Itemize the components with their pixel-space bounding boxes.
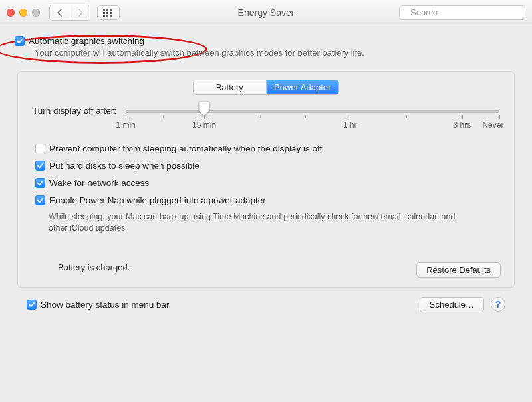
battery-status-text: Battery is charged. <box>58 262 130 272</box>
svg-rect-0 <box>103 9 105 11</box>
wake-network-label: Wake for network access <box>49 178 149 188</box>
svg-rect-2 <box>110 9 112 11</box>
display-off-slider[interactable]: 1 min 15 min 1 hr 3 hrs Never <box>126 108 499 120</box>
tab-segmented-control: Battery Power Adapter <box>193 80 339 95</box>
svg-rect-7 <box>106 15 108 17</box>
close-icon[interactable] <box>7 9 15 17</box>
titlebar: Energy Saver <box>0 0 532 25</box>
svg-rect-5 <box>110 12 112 14</box>
hd-sleep-label: Put hard disks to sleep when possible <box>49 161 200 171</box>
wake-network-checkbox[interactable] <box>35 178 45 188</box>
back-button[interactable] <box>50 5 70 20</box>
window-controls <box>7 9 40 17</box>
slider-tick-1min: 1 min <box>116 120 135 130</box>
prevent-sleep-checkbox[interactable] <box>35 144 45 153</box>
show-battery-status-label: Show battery status in menu bar <box>41 300 170 310</box>
zoom-icon <box>32 9 40 17</box>
slider-tick-never: Never <box>482 120 503 130</box>
help-icon: ? <box>495 299 501 310</box>
help-button[interactable]: ? <box>491 297 505 312</box>
svg-rect-3 <box>103 12 105 14</box>
svg-rect-4 <box>106 12 108 14</box>
minimize-icon[interactable] <box>19 9 27 17</box>
search-input[interactable] <box>409 7 523 18</box>
prevent-sleep-label: Prevent computer from sleeping automatic… <box>49 144 322 153</box>
auto-graphics-helper: Your computer will automatically switch … <box>35 48 520 58</box>
power-nap-label: Enable Power Nap while plugged into a po… <box>49 195 266 205</box>
auto-graphics-label: Automatic graphics switching <box>29 36 144 46</box>
svg-rect-8 <box>110 15 112 17</box>
search-field[interactable] <box>399 5 525 20</box>
slider-tick-3hrs: 3 hrs <box>453 120 471 130</box>
hd-sleep-checkbox[interactable] <box>35 161 45 171</box>
grid-icon <box>103 9 114 17</box>
power-nap-helper: While sleeping, your Mac can back up usi… <box>49 211 461 234</box>
power-nap-checkbox[interactable] <box>35 195 45 205</box>
nav-back-forward <box>49 5 90 21</box>
settings-panel: Battery Power Adapter Turn display off a… <box>17 71 515 288</box>
display-off-label: Turn display off after: <box>33 106 116 122</box>
show-all-button[interactable] <box>97 5 120 20</box>
tab-power-adapter[interactable]: Power Adapter <box>266 80 339 94</box>
slider-tick-15min: 15 min <box>192 120 216 130</box>
slider-tick-1hr: 1 hr <box>343 120 357 130</box>
forward-button <box>70 5 90 20</box>
show-battery-status-checkbox[interactable] <box>27 300 37 310</box>
auto-graphics-checkbox[interactable] <box>15 36 25 46</box>
schedule-button[interactable]: Schedule… <box>420 297 484 312</box>
restore-defaults-button[interactable]: Restore Defaults <box>416 262 501 278</box>
svg-rect-1 <box>106 9 108 11</box>
svg-rect-6 <box>103 15 105 17</box>
tab-battery[interactable]: Battery <box>194 80 266 94</box>
